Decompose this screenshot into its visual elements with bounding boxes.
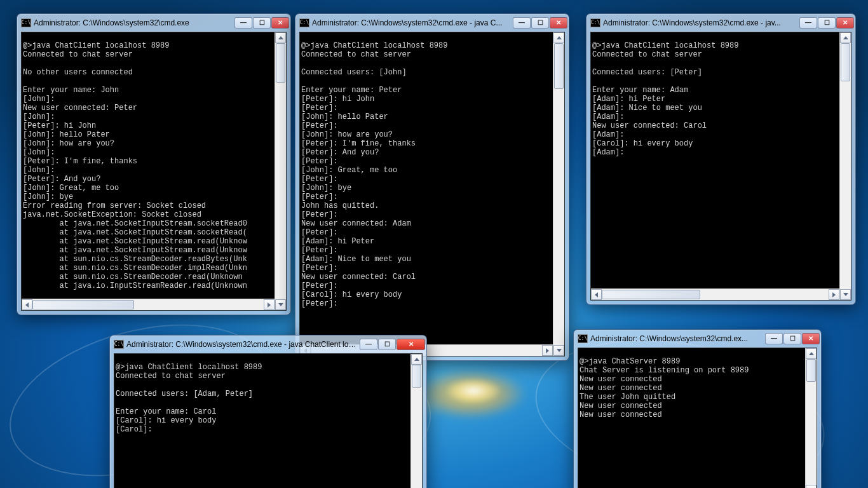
terminal-output[interactable]: @>java ChatClient localhost 8989 Connect… <box>300 40 553 337</box>
maximize-button[interactable]: ☐ <box>253 17 271 29</box>
terminal-output[interactable]: @>java ChatClient localhost 8989 Connect… <box>591 40 839 281</box>
maximize-button[interactable]: ☐ <box>378 339 396 350</box>
window-buttons: — ☐ ✕ <box>764 333 820 344</box>
scroll-thumb[interactable] <box>806 359 816 382</box>
desktop-light-flare <box>445 378 502 403</box>
scroll-up-button[interactable] <box>275 32 286 43</box>
terminal-area: @>java ChatServer 8989 Chat Server is li… <box>578 348 817 488</box>
cmd-icon: C:\ <box>114 340 124 349</box>
close-button[interactable]: ✕ <box>550 17 567 29</box>
close-button[interactable]: ✕ <box>802 333 820 344</box>
vertical-scrollbar[interactable] <box>839 32 851 300</box>
scroll-down-button[interactable] <box>275 299 286 310</box>
window-buttons: — ☐ ✕ <box>799 17 854 29</box>
scroll-thumb[interactable] <box>32 300 134 309</box>
window-buttons: — ☐ ✕ <box>359 339 425 350</box>
maximize-button[interactable]: ☐ <box>531 17 549 29</box>
terminal-output[interactable]: @>java ChatClient localhost 8989 Connect… <box>22 40 275 291</box>
close-button[interactable]: ✕ <box>271 17 289 29</box>
scroll-left-button[interactable] <box>591 289 602 300</box>
terminal-area: @>java ChatClient localhost 8989 Connect… <box>114 353 423 488</box>
vertical-scrollbar[interactable] <box>410 354 422 488</box>
scroll-left-button[interactable] <box>22 299 32 310</box>
scroll-up-button[interactable] <box>553 32 564 43</box>
close-button[interactable]: ✕ <box>397 339 425 350</box>
cmd-icon: C:\ <box>299 18 309 27</box>
window-title: Administrator: C:\Windows\system32\cmd.e… <box>590 334 762 343</box>
window-title: Administrator: C:\Windows\system32\cmd.e… <box>312 18 510 27</box>
scroll-down-button[interactable] <box>553 345 564 356</box>
cmd-window-w5[interactable]: C:\ Administrator: C:\Windows\system32\c… <box>573 329 822 488</box>
cmd-icon: C:\ <box>578 334 588 343</box>
scroll-up-button[interactable] <box>806 348 817 359</box>
window-title: Administrator: C:\Windows\system32\cmd.e… <box>603 18 796 27</box>
cmd-icon: C:\ <box>21 18 31 27</box>
cmd-window-w3[interactable]: C:\ Administrator: C:\Windows\system32\c… <box>586 13 856 305</box>
minimize-button[interactable]: — <box>765 333 783 344</box>
scroll-down-button[interactable] <box>806 485 817 488</box>
terminal-output[interactable]: @>java ChatClient localhost 8989 Connect… <box>114 362 410 484</box>
horizontal-scrollbar[interactable] <box>22 299 275 310</box>
desktop-light-flare <box>413 369 527 419</box>
vertical-scrollbar[interactable] <box>553 32 564 356</box>
scroll-thumb[interactable] <box>276 43 285 83</box>
window-titlebar[interactable]: C:\ Administrator: C:\Windows\system32\c… <box>110 336 426 353</box>
scroll-right-button[interactable] <box>264 299 275 310</box>
window-title: Administrator: C:\Windows\system32\cmd.e… <box>126 340 356 349</box>
window-titlebar[interactable]: C:\ Administrator: C:\Windows\system32\c… <box>574 330 821 348</box>
window-buttons: — ☐ ✕ <box>234 17 289 29</box>
window-titlebar[interactable]: C:\ Administrator: C:\Windows\system32\c… <box>17 14 290 32</box>
vertical-scrollbar[interactable] <box>275 32 286 310</box>
scroll-thumb[interactable] <box>841 43 850 81</box>
terminal-area: @>java ChatClient localhost 8989 Connect… <box>299 32 565 356</box>
close-button[interactable]: ✕ <box>836 17 854 29</box>
scroll-thumb[interactable] <box>554 43 564 89</box>
minimize-button[interactable]: — <box>799 17 817 29</box>
terminal-output[interactable]: @>java ChatServer 8989 Chat Server is li… <box>578 356 805 488</box>
window-buttons: — ☐ ✕ <box>512 17 567 29</box>
scroll-thumb[interactable] <box>412 365 421 388</box>
cmd-window-w4[interactable]: C:\ Administrator: C:\Windows\system32\c… <box>109 335 427 488</box>
scroll-up-button[interactable] <box>840 32 851 43</box>
cmd-icon: C:\ <box>590 18 600 27</box>
terminal-area: @>java ChatClient localhost 8989 Connect… <box>590 32 851 301</box>
maximize-button[interactable]: ☐ <box>818 17 836 29</box>
scroll-thumb[interactable] <box>602 290 700 299</box>
terminal-area: @>java ChatClient localhost 8989 Connect… <box>21 32 287 311</box>
window-title: Administrator: C:\Windows\system32\cmd.e… <box>34 18 231 27</box>
maximize-button[interactable]: ☐ <box>783 333 801 344</box>
cmd-window-w1[interactable]: C:\ Administrator: C:\Windows\system32\c… <box>17 13 291 315</box>
window-titlebar[interactable]: C:\ Administrator: C:\Windows\system32\c… <box>587 14 855 32</box>
scroll-right-button[interactable] <box>829 289 839 300</box>
minimize-button[interactable]: — <box>360 339 377 350</box>
minimize-button[interactable]: — <box>513 17 531 29</box>
scroll-up-button[interactable] <box>411 354 422 365</box>
window-titlebar[interactable]: C:\ Administrator: C:\Windows\system32\c… <box>295 14 569 32</box>
vertical-scrollbar[interactable] <box>805 348 817 488</box>
scroll-down-button[interactable] <box>840 289 851 300</box>
minimize-button[interactable]: — <box>234 17 252 29</box>
horizontal-scrollbar[interactable] <box>591 288 839 300</box>
cmd-window-w2[interactable]: C:\ Administrator: C:\Windows\system32\c… <box>295 13 569 361</box>
scroll-right-button[interactable] <box>542 345 553 356</box>
